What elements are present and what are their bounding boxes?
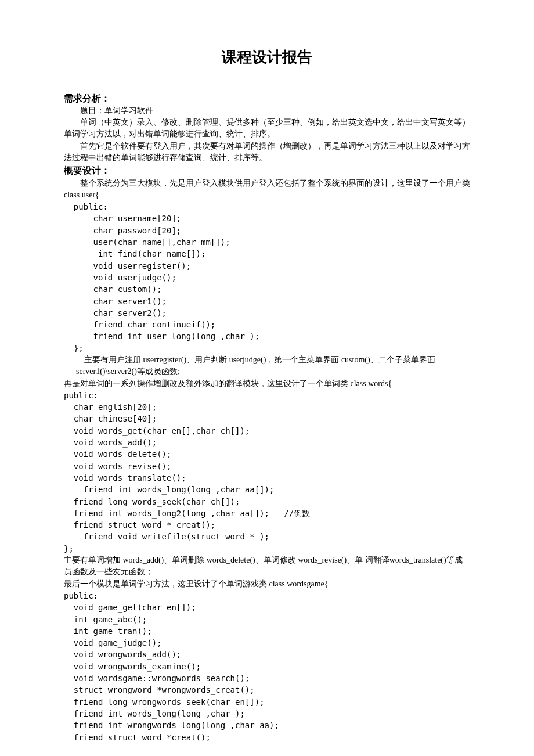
design-para-2: 主要有用户注册 userregister()、用户判断 userjudge()，… (64, 354, 470, 378)
design-para-1: 整个系统分为三大模块，先是用户登入模块供用户登入还包括了整个系统的界面的设计，这… (64, 178, 470, 201)
document-title: 课程设计报告 (64, 46, 470, 69)
section-heading-design: 概要设计： (64, 164, 470, 177)
requirements-para-2: 首先它是个软件要有登入用户，其次要有对单词的操作（增删改），再是单词学习方法三种… (64, 141, 470, 164)
requirements-para-1: 单词（中英文）录入、修改、删除管理、提供多种（至少三种、例如，给出英文选中文，给… (64, 117, 470, 141)
code-block-user-class: public: char username[20]; char password… (64, 201, 470, 354)
design-para-5: 最后一个模块是单词学习方法，这里设计了个单词游戏类 class wordsgam… (64, 578, 470, 590)
section-heading-requirements: 需求分析： (64, 92, 470, 105)
topic-line: 题目：单词学习软件 (64, 105, 470, 117)
design-para-4: 主要有单词增加 words_add()、单词删除 words_delete()、… (64, 555, 470, 578)
code-block-wordsgame-class: public: void game_get(char en[]); int ga… (64, 590, 470, 743)
document-page: 课程设计报告 需求分析： 题目：单词学习软件 单词（中英文）录入、修改、删除管理… (0, 0, 534, 756)
code-block-words-class: public: char english[20]; char chinese[4… (64, 390, 470, 555)
design-para-3: 再是对单词的一系列操作增删改及额外添加的翻译模块，这里设计了一个单词类 clas… (64, 378, 470, 390)
